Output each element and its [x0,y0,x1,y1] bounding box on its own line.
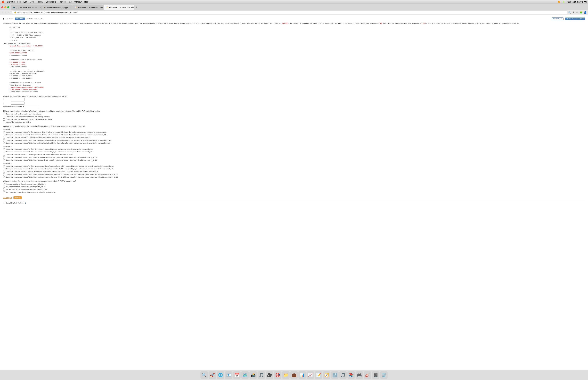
maximize-button[interactable] [7,6,9,8]
part-c-c1-radio-2[interactable] [3,137,5,139]
menu-history[interactable]: History [37,1,43,3]
part-c-c1-opt-0: Constraint 1 has a dual value of 3. If a… [3,131,585,133]
part-c-c3-opt-4: Constraint 3 has a dual value of 0.09. I… [3,176,585,178]
menu-chrome[interactable]: Chrome [7,1,15,3]
part-c-c2-radio-4[interactable] [3,159,5,161]
part-a-h-input[interactable] [11,102,24,105]
menu-edit[interactable]: Edit [23,1,27,3]
national-uni-favicon: 🎓 [44,6,46,9]
tab-hw2-active[interactable]: 📝 407 Week 1: Homework – MNS ✕ [104,5,134,10]
part-c-c3-opt-1: Constraint 3 has a dual value of 5. If t… [3,168,585,170]
part-d: (d) Would it be beneficial to increase t… [3,180,585,193]
close-button[interactable] [1,6,3,8]
menu-window[interactable]: Window [74,1,82,3]
problem-description: Investment Advisors, Inc., is a brokerag… [3,22,585,25]
tab-hw1[interactable]: 📝 407 Week 1: Homework – MNS ✕ [73,5,103,10]
part-d-radio-2[interactable] [3,189,5,191]
part-c-c2-radio-1[interactable] [3,151,5,153]
part-c-c3-options: Constraint 3 has a dual value of 3. If t… [3,165,585,178]
tab-national-uni-close[interactable]: ✕ [69,6,71,8]
clock: Tue Feb 28 9:13:41 AM [567,1,587,3]
macos-menubar: 🍎 Chrome File Edit View History Bookmark… [0,0,588,4]
part-c-c3-opt-2-text: Constraint 3 has a slack of 200 shares. … [6,171,99,173]
back-button[interactable]: ‹ [1,11,3,14]
part-c-c3-radio-2[interactable] [3,171,5,173]
minimize-button[interactable] [4,6,6,8]
menu-view[interactable]: View [30,1,34,3]
output-obj-coeff-header: Variable Objective Allowable Allowable [10,70,585,73]
part-c-c1-options: Constraint 1 has a dual value of 3. If a… [3,131,585,144]
part-c-c1-radio-4[interactable] [3,142,5,144]
part-c-c3-radio-1[interactable] [3,168,5,170]
bookmark-icon[interactable]: ☆ [576,11,578,14]
part-c-c1-radio-0[interactable] [3,131,5,133]
part-b-checkbox-2[interactable] [3,116,5,118]
output-obj-u: U 3.00000 1.50000 3.00000 [10,75,585,77]
part-d-opt-1-text: Yes, each additional share increases the… [6,186,46,188]
lp-st: s.t. [10,29,585,31]
show-work-checkbox[interactable] [3,202,5,204]
part-b-checkbox-4[interactable] [3,121,5,123]
part-a-u-row: U [3,98,585,101]
part-c-c3-opt-0: Constraint 3 has a dual value of 3. If t… [3,165,585,167]
part-d-radio-3[interactable] [3,191,5,193]
part-b-option-3-text: Constraint 3. All available shares of U.… [6,118,53,120]
show-work-section: Show My Work (Optional) ℹ [3,201,585,205]
part-c-c1-radio-3[interactable] [3,139,5,142]
part-b-option-4-text: None of the constraints are binding. [6,121,31,123]
part-c-c3-radio-0[interactable] [3,165,5,167]
menu-file[interactable]: File [17,1,20,3]
refresh-button[interactable]: ↻ [8,11,11,14]
extensions-icon[interactable]: 🧩 [580,11,582,14]
part-d-radio-0[interactable] [3,183,5,185]
menu-tab[interactable]: Tab [68,1,72,3]
tab-youtube[interactable]: 📺 (23) He Made $150 in 30 ... ✕ [11,5,41,10]
tab-youtube-close[interactable]: ✕ [40,6,41,8]
part-c-c2-radio-0[interactable] [3,148,5,150]
page-content: 8. [-/1 Points] DETAILS ASWMSC115 3.E.00… [0,15,588,370]
battery-icon: 🔋 [562,1,565,3]
part-c-c1-opt-0-text: Constraint 1 has a dual value of 3. If a… [6,131,107,133]
part-c-c1-opt-3-text: Constraint 1 has a dual value of 1.33. I… [6,139,111,141]
part-a-h-row: H [3,102,585,105]
part-a-label: (a) What is the optimal solution, and wh… [3,95,585,97]
details-button[interactable]: DETAILS [15,18,25,20]
tab-national-uni[interactable]: 🎓 National University | Apps ✕ [42,5,73,10]
read-it-button[interactable]: Read It [13,196,22,199]
url-bar-row: ‹ › ↻ 🔒 webassign.net/web/Student/Assign… [0,10,588,15]
part-a-u-input[interactable] [11,98,24,101]
tab-national-uni-label: National University | Apps [47,6,68,8]
part-d-options: Yes, each additional share increases the… [3,183,585,193]
url-bar[interactable]: 🔒 webassign.net/web/Student/Assignment-R… [12,11,567,14]
part-d-radio-1[interactable] [3,186,5,188]
part-c-c1-opt-4: Constraint 1 has a dual value of 0.09. I… [3,142,585,144]
part-b-checkbox-1[interactable] [3,113,5,115]
apple-menu[interactable]: 🍎 [1,0,4,3]
menu-profiles[interactable]: Profiles [59,1,66,3]
my-notes-button[interactable]: MY NOTES [551,17,564,20]
part-c-c2-opt-4-text: Constraint 2 has a dual value of 0.09. I… [6,159,97,161]
zoom-icon[interactable]: 🔍 [568,11,571,14]
part-c-c2-radio-2[interactable] [3,153,5,156]
show-work-label: Show My Work [6,202,17,204]
menu-help[interactable]: Help [84,1,89,3]
part-c-c1-radio-1[interactable] [3,134,5,136]
part-a-return-row: estimated annual return $ [3,105,585,108]
menu-bar-right: 📶 🔋 Tue Feb 28 9:13:41 AM [558,1,587,3]
share-icon[interactable]: ⬆ [572,11,575,14]
part-c-c3-radio-4[interactable] [3,176,5,178]
hw2-favicon: 📝 [106,6,108,8]
part-c-c2-radio-3[interactable] [3,156,5,158]
tab-hw1-label: 407 Week 1: Homework – MNS [78,6,103,8]
forward-button[interactable]: › [5,11,7,14]
part-b-options: Constraint 1. All funds available are be… [3,113,585,123]
new-tab-button[interactable]: + [135,6,138,9]
menu-bookmarks[interactable]: Bookmarks [46,1,56,3]
profile-icon[interactable]: 👤 [584,11,587,14]
practice-another-button[interactable]: PRACTICE ANOTHER [565,18,585,20]
part-a-return-input[interactable] [25,105,38,108]
output-rhs-header: Constraint RHS Allowable Allowable [10,82,585,84]
part-c-c2-opt-1: Constraint 2 has a dual value of 5. If t… [3,151,585,153]
part-b-checkbox-3[interactable] [3,118,5,121]
part-c-c3-radio-3[interactable] [3,173,5,175]
